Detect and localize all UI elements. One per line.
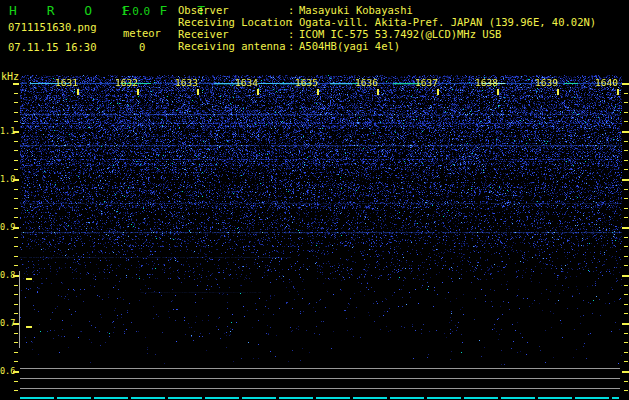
freq-minor-tick-right xyxy=(624,390,628,391)
time-tick xyxy=(557,89,559,95)
level-grid-line xyxy=(20,378,620,379)
info-colon: : xyxy=(288,16,299,28)
freq-minor-tick-left xyxy=(14,390,18,391)
freq-minor-tick-left xyxy=(14,313,18,314)
freq-minor-tick-right xyxy=(624,265,628,266)
freq-major-tick-inner xyxy=(26,278,32,280)
freq-minor-tick-right xyxy=(624,160,628,161)
freq-minor-tick-left xyxy=(14,381,18,382)
freq-minor-tick-left xyxy=(14,246,18,247)
freq-minor-tick-left xyxy=(14,217,18,218)
y-axis-unit-label: kHz xyxy=(1,71,19,82)
freq-minor-tick-right xyxy=(624,198,628,199)
info-value: ICOM IC-575 53.7492(@LCD)MHz USB xyxy=(299,28,628,40)
freq-minor-tick-right xyxy=(624,333,628,334)
hrofft-window: H R O F F T 1.0.0 0711151630.png meteor … xyxy=(0,0,629,400)
signal-baseline-cyan-dashed xyxy=(20,397,619,399)
freq-minor-tick-left xyxy=(14,256,18,257)
info-row-antenna: Receiving antenna : A504HB(yagi 4el) xyxy=(178,40,628,52)
freq-minor-tick-left xyxy=(14,121,18,122)
freq-minor-tick-right xyxy=(624,112,628,113)
info-colon: : xyxy=(288,40,299,52)
freq-major-tick-inner xyxy=(26,326,32,328)
time-label: 1631 xyxy=(48,77,78,88)
time-tick xyxy=(497,89,499,95)
info-label: Receiving Location xyxy=(178,16,288,28)
info-colon: : xyxy=(288,4,299,16)
freq-minor-tick-left xyxy=(14,333,18,334)
freq-minor-tick-left xyxy=(14,265,18,266)
freq-major-tick-right xyxy=(622,275,629,277)
time-tick xyxy=(377,89,379,95)
time-label: 1633 xyxy=(168,77,198,88)
freq-minor-tick-left xyxy=(14,169,18,170)
freq-major-tick-right xyxy=(622,131,629,133)
freq-minor-tick-right xyxy=(624,342,628,343)
freq-minor-tick-right xyxy=(624,237,628,238)
freq-major-tick-left xyxy=(13,371,19,373)
freq-major-tick-right xyxy=(622,179,629,181)
time-tick xyxy=(617,89,619,95)
info-label: Receiving antenna xyxy=(178,40,288,52)
freq-major-tick-left xyxy=(13,131,19,133)
level-axis-vertical-line xyxy=(19,271,21,348)
freq-minor-tick-right xyxy=(624,304,628,305)
freq-minor-tick-left xyxy=(14,141,18,142)
freq-major-tick-left xyxy=(13,227,19,229)
time-label: 1640 xyxy=(588,77,618,88)
freq-minor-tick-right xyxy=(624,381,628,382)
meteor-count: 0 xyxy=(139,41,145,53)
freq-major-tick-right xyxy=(622,371,629,373)
time-tick xyxy=(437,89,439,95)
freq-minor-tick-right xyxy=(624,93,628,94)
freq-minor-tick-right xyxy=(624,361,628,362)
freq-minor-tick-left xyxy=(14,189,18,190)
freq-minor-tick-left xyxy=(14,304,18,305)
freq-minor-tick-left xyxy=(14,102,18,103)
freq-minor-tick-right xyxy=(624,189,628,190)
freq-minor-tick-left xyxy=(14,294,18,295)
freq-minor-tick-left xyxy=(14,352,18,353)
freq-minor-tick-right xyxy=(624,141,628,142)
info-row-location: Receiving Location : Ogata-vill. Akita-P… xyxy=(178,16,628,28)
time-label: 1632 xyxy=(108,77,138,88)
freq-minor-tick-right xyxy=(624,313,628,314)
time-tick xyxy=(257,89,259,95)
freq-minor-tick-right xyxy=(624,294,628,295)
spectrogram-canvas xyxy=(20,75,622,365)
freq-minor-tick-left xyxy=(14,93,18,94)
station-info-table: Observer : Masayuki Kobayashi Receiving … xyxy=(178,4,628,52)
freq-label: 1.1 xyxy=(0,126,14,136)
time-label: 1638 xyxy=(468,77,498,88)
time-tick xyxy=(137,89,139,95)
freq-minor-tick-left xyxy=(14,208,18,209)
info-value: Masayuki Kobayashi xyxy=(299,4,628,16)
freq-minor-tick-right xyxy=(624,121,628,122)
time-label: 1636 xyxy=(348,77,378,88)
freq-minor-tick-left xyxy=(14,361,18,362)
freq-minor-tick-left xyxy=(14,160,18,161)
time-tick xyxy=(197,89,199,95)
freq-label: 0.6 xyxy=(0,366,14,376)
freq-minor-tick-left xyxy=(14,237,18,238)
info-row-observer: Observer : Masayuki Kobayashi xyxy=(178,4,628,16)
time-label: 1635 xyxy=(288,77,318,88)
mode-label: meteor xyxy=(123,27,161,39)
info-label: Receiver xyxy=(178,28,288,40)
freq-minor-tick-left xyxy=(14,112,18,113)
time-label: 1637 xyxy=(408,77,438,88)
time-tick xyxy=(77,89,79,95)
freq-minor-tick-right xyxy=(624,285,628,286)
info-colon: : xyxy=(288,28,299,40)
freq-minor-tick-left xyxy=(14,198,18,199)
freq-major-tick-left xyxy=(13,179,19,181)
info-label: Observer xyxy=(178,4,288,16)
info-value: Ogata-vill. Akita-Pref. JAPAN (139.96E, … xyxy=(299,16,628,28)
freq-label: 1.0 xyxy=(0,174,14,184)
time-label: 1634 xyxy=(228,77,258,88)
freq-major-tick-left xyxy=(13,83,19,85)
time-label: 1639 xyxy=(528,77,558,88)
info-value: A504HB(yagi 4el) xyxy=(299,40,628,52)
freq-minor-tick-right xyxy=(624,102,628,103)
freq-label: 0.7 xyxy=(0,318,14,328)
